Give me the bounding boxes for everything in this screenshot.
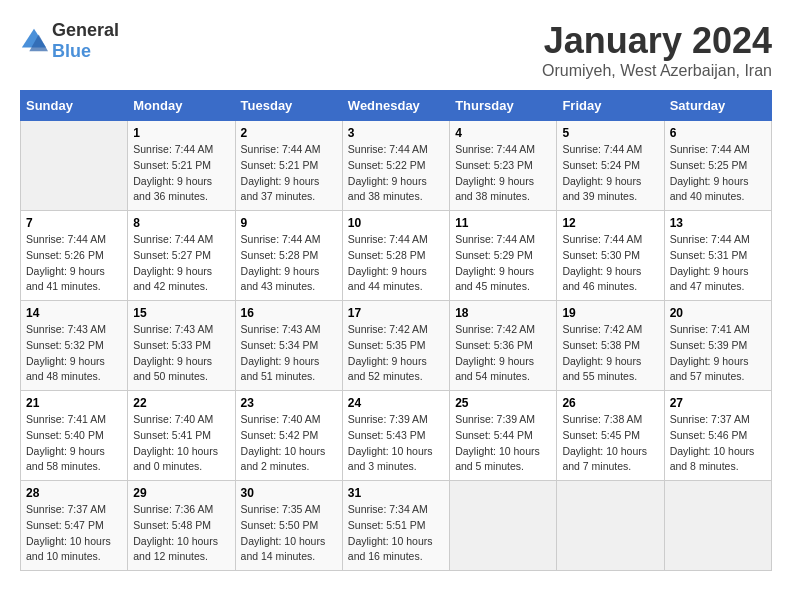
day-info: Sunrise: 7:44 AMSunset: 5:23 PMDaylight:…: [455, 142, 551, 205]
title-block: January 2024 Orumiyeh, West Azerbaijan, …: [542, 20, 772, 80]
day-number: 12: [562, 216, 658, 230]
calendar-cell: 14Sunrise: 7:43 AMSunset: 5:32 PMDayligh…: [21, 301, 128, 391]
day-of-week-header: Sunday: [21, 91, 128, 121]
month-year-title: January 2024: [542, 20, 772, 62]
day-number: 5: [562, 126, 658, 140]
day-info: Sunrise: 7:44 AMSunset: 5:21 PMDaylight:…: [241, 142, 337, 205]
logo-text: General Blue: [52, 20, 119, 62]
day-info: Sunrise: 7:44 AMSunset: 5:28 PMDaylight:…: [241, 232, 337, 295]
calendar-cell: 15Sunrise: 7:43 AMSunset: 5:33 PMDayligh…: [128, 301, 235, 391]
calendar-cell: 10Sunrise: 7:44 AMSunset: 5:28 PMDayligh…: [342, 211, 449, 301]
calendar-table: SundayMondayTuesdayWednesdayThursdayFrid…: [20, 90, 772, 571]
calendar-cell: [450, 481, 557, 571]
calendar-cell: 18Sunrise: 7:42 AMSunset: 5:36 PMDayligh…: [450, 301, 557, 391]
calendar-week-row: 14Sunrise: 7:43 AMSunset: 5:32 PMDayligh…: [21, 301, 772, 391]
day-info: Sunrise: 7:44 AMSunset: 5:31 PMDaylight:…: [670, 232, 766, 295]
calendar-cell: 11Sunrise: 7:44 AMSunset: 5:29 PMDayligh…: [450, 211, 557, 301]
day-number: 15: [133, 306, 229, 320]
calendar-cell: 3Sunrise: 7:44 AMSunset: 5:22 PMDaylight…: [342, 121, 449, 211]
day-of-week-header: Monday: [128, 91, 235, 121]
day-info: Sunrise: 7:44 AMSunset: 5:30 PMDaylight:…: [562, 232, 658, 295]
day-of-week-header: Thursday: [450, 91, 557, 121]
day-info: Sunrise: 7:42 AMSunset: 5:36 PMDaylight:…: [455, 322, 551, 385]
day-number: 14: [26, 306, 122, 320]
calendar-cell: 8Sunrise: 7:44 AMSunset: 5:27 PMDaylight…: [128, 211, 235, 301]
day-number: 10: [348, 216, 444, 230]
day-of-week-header: Saturday: [664, 91, 771, 121]
calendar-week-row: 28Sunrise: 7:37 AMSunset: 5:47 PMDayligh…: [21, 481, 772, 571]
day-number: 31: [348, 486, 444, 500]
calendar-cell: 5Sunrise: 7:44 AMSunset: 5:24 PMDaylight…: [557, 121, 664, 211]
calendar-cell: [557, 481, 664, 571]
calendar-cell: 12Sunrise: 7:44 AMSunset: 5:30 PMDayligh…: [557, 211, 664, 301]
day-number: 25: [455, 396, 551, 410]
day-info: Sunrise: 7:41 AMSunset: 5:40 PMDaylight:…: [26, 412, 122, 475]
day-info: Sunrise: 7:42 AMSunset: 5:35 PMDaylight:…: [348, 322, 444, 385]
day-number: 13: [670, 216, 766, 230]
calendar-cell: 16Sunrise: 7:43 AMSunset: 5:34 PMDayligh…: [235, 301, 342, 391]
day-info: Sunrise: 7:43 AMSunset: 5:33 PMDaylight:…: [133, 322, 229, 385]
day-info: Sunrise: 7:44 AMSunset: 5:22 PMDaylight:…: [348, 142, 444, 205]
day-info: Sunrise: 7:44 AMSunset: 5:25 PMDaylight:…: [670, 142, 766, 205]
calendar-cell: [21, 121, 128, 211]
day-number: 29: [133, 486, 229, 500]
day-info: Sunrise: 7:43 AMSunset: 5:32 PMDaylight:…: [26, 322, 122, 385]
logo-general: General: [52, 20, 119, 40]
day-number: 8: [133, 216, 229, 230]
day-info: Sunrise: 7:38 AMSunset: 5:45 PMDaylight:…: [562, 412, 658, 475]
day-info: Sunrise: 7:44 AMSunset: 5:24 PMDaylight:…: [562, 142, 658, 205]
calendar-cell: 24Sunrise: 7:39 AMSunset: 5:43 PMDayligh…: [342, 391, 449, 481]
calendar-cell: 7Sunrise: 7:44 AMSunset: 5:26 PMDaylight…: [21, 211, 128, 301]
day-number: 26: [562, 396, 658, 410]
day-number: 9: [241, 216, 337, 230]
day-number: 6: [670, 126, 766, 140]
day-number: 18: [455, 306, 551, 320]
day-info: Sunrise: 7:44 AMSunset: 5:29 PMDaylight:…: [455, 232, 551, 295]
day-info: Sunrise: 7:36 AMSunset: 5:48 PMDaylight:…: [133, 502, 229, 565]
day-number: 17: [348, 306, 444, 320]
logo-icon: [20, 27, 48, 55]
calendar-week-row: 1Sunrise: 7:44 AMSunset: 5:21 PMDaylight…: [21, 121, 772, 211]
day-info: Sunrise: 7:44 AMSunset: 5:21 PMDaylight:…: [133, 142, 229, 205]
day-info: Sunrise: 7:40 AMSunset: 5:41 PMDaylight:…: [133, 412, 229, 475]
day-number: 1: [133, 126, 229, 140]
day-number: 28: [26, 486, 122, 500]
calendar-cell: 20Sunrise: 7:41 AMSunset: 5:39 PMDayligh…: [664, 301, 771, 391]
logo-blue: Blue: [52, 41, 91, 61]
day-info: Sunrise: 7:41 AMSunset: 5:39 PMDaylight:…: [670, 322, 766, 385]
calendar-cell: 26Sunrise: 7:38 AMSunset: 5:45 PMDayligh…: [557, 391, 664, 481]
calendar-cell: 28Sunrise: 7:37 AMSunset: 5:47 PMDayligh…: [21, 481, 128, 571]
logo: General Blue: [20, 20, 119, 62]
day-info: Sunrise: 7:39 AMSunset: 5:44 PMDaylight:…: [455, 412, 551, 475]
calendar-cell: 29Sunrise: 7:36 AMSunset: 5:48 PMDayligh…: [128, 481, 235, 571]
calendar-cell: 1Sunrise: 7:44 AMSunset: 5:21 PMDaylight…: [128, 121, 235, 211]
day-number: 27: [670, 396, 766, 410]
calendar-cell: 21Sunrise: 7:41 AMSunset: 5:40 PMDayligh…: [21, 391, 128, 481]
day-number: 20: [670, 306, 766, 320]
day-info: Sunrise: 7:37 AMSunset: 5:46 PMDaylight:…: [670, 412, 766, 475]
day-number: 24: [348, 396, 444, 410]
calendar-cell: 31Sunrise: 7:34 AMSunset: 5:51 PMDayligh…: [342, 481, 449, 571]
calendar-cell: 6Sunrise: 7:44 AMSunset: 5:25 PMDaylight…: [664, 121, 771, 211]
day-number: 30: [241, 486, 337, 500]
day-info: Sunrise: 7:44 AMSunset: 5:28 PMDaylight:…: [348, 232, 444, 295]
calendar-cell: 30Sunrise: 7:35 AMSunset: 5:50 PMDayligh…: [235, 481, 342, 571]
day-number: 22: [133, 396, 229, 410]
calendar-cell: 17Sunrise: 7:42 AMSunset: 5:35 PMDayligh…: [342, 301, 449, 391]
calendar-cell: 22Sunrise: 7:40 AMSunset: 5:41 PMDayligh…: [128, 391, 235, 481]
day-number: 23: [241, 396, 337, 410]
calendar-cell: 19Sunrise: 7:42 AMSunset: 5:38 PMDayligh…: [557, 301, 664, 391]
day-number: 2: [241, 126, 337, 140]
day-info: Sunrise: 7:42 AMSunset: 5:38 PMDaylight:…: [562, 322, 658, 385]
day-number: 11: [455, 216, 551, 230]
day-number: 16: [241, 306, 337, 320]
day-number: 19: [562, 306, 658, 320]
day-number: 21: [26, 396, 122, 410]
location-subtitle: Orumiyeh, West Azerbaijan, Iran: [542, 62, 772, 80]
calendar-cell: 27Sunrise: 7:37 AMSunset: 5:46 PMDayligh…: [664, 391, 771, 481]
calendar-week-row: 21Sunrise: 7:41 AMSunset: 5:40 PMDayligh…: [21, 391, 772, 481]
day-info: Sunrise: 7:34 AMSunset: 5:51 PMDaylight:…: [348, 502, 444, 565]
calendar-cell: 9Sunrise: 7:44 AMSunset: 5:28 PMDaylight…: [235, 211, 342, 301]
calendar-cell: 25Sunrise: 7:39 AMSunset: 5:44 PMDayligh…: [450, 391, 557, 481]
day-of-week-header: Wednesday: [342, 91, 449, 121]
